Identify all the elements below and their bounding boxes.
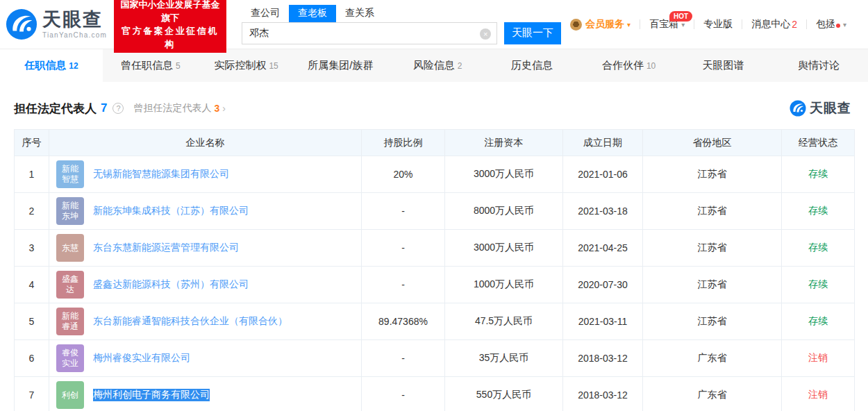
date-cell: 2021-03-18 (563, 193, 643, 230)
profile-tab-count: 5 (176, 61, 181, 71)
search-button[interactable]: 天眼一下 (504, 22, 561, 44)
search-type-tab[interactable]: 查关系 (336, 5, 383, 22)
company-link[interactable]: 新能东坤集成科技（江苏）有限公司 (93, 205, 249, 217)
profile-tab[interactable]: 所属集团/族群 (294, 49, 390, 82)
ratio-cell: 20% (362, 156, 445, 193)
search-type-tab[interactable]: 查老板 (289, 5, 336, 22)
search-box: × (242, 22, 497, 44)
date-cell: 2020-07-30 (563, 267, 643, 303)
menu-pro-version[interactable]: 专业版 (694, 18, 742, 31)
logo-title: 天眼查 (42, 10, 107, 29)
province-cell: 江苏省 (643, 303, 782, 340)
hot-badge: HOT (669, 11, 692, 22)
company-logo-badge[interactable]: 新能智慧 (56, 160, 84, 188)
profile-tab-label: 实际控制权 (214, 59, 266, 72)
menu-pro-label: 专业版 (703, 18, 733, 31)
province-cell: 江苏省 (643, 230, 782, 267)
status-badge: 注销 (782, 340, 855, 377)
table-row: 2 新能东坤 新能东坤集成科技（江苏）有限公司 - 8000万人民币 2021-… (15, 193, 855, 230)
company-link[interactable]: 盛鑫达新能源科技（苏州）有限公司 (93, 278, 249, 291)
row-index: 3 (15, 230, 49, 267)
date-cell: 2021-03-11 (563, 303, 643, 340)
profile-tab[interactable]: 舆情讨论 (772, 49, 868, 82)
company-logo-badge[interactable]: 睿俊实业 (56, 344, 84, 372)
former-legal-rep-link[interactable]: 曾担任法定代表人 3 › (133, 102, 225, 115)
profile-tab-count: 12 (69, 61, 78, 71)
menu-user-account[interactable]: 包拯 ▾ (807, 18, 856, 31)
row-index: 6 (15, 340, 49, 377)
ratio-cell: - (362, 230, 445, 267)
date-cell: 2018-03-12 (563, 377, 643, 411)
profile-tab[interactable]: 历史信息 (485, 49, 581, 82)
company-link[interactable]: 梅州利创电子商务有限公司 (93, 389, 210, 401)
company-logo-badge[interactable]: 新能睿通 (56, 308, 84, 335)
tianyancha-logo[interactable]: 天眼查 TianYanCha.com (6, 8, 107, 40)
col-header-ratio: 持股比例 (362, 130, 445, 156)
profile-tab[interactable]: 天眼图谱 (677, 49, 773, 82)
profile-tab[interactable]: 风险信息 2 (390, 49, 485, 82)
row-index: 2 (15, 193, 49, 230)
company-link[interactable]: 东台新能睿通智能科技合伙企业（有限合伙） (93, 315, 287, 328)
col-header-status: 经营状态 (782, 130, 855, 156)
company-logo-badge[interactable]: 新能东坤 (56, 197, 84, 225)
clear-search-icon[interactable]: × (480, 28, 491, 40)
menu-toolbox[interactable]: HOT 百宝箱 ▾ (640, 18, 694, 31)
capital-cell: 550万人民币 (445, 377, 563, 411)
profile-tab[interactable]: 任职信息 12 (0, 49, 103, 82)
profile-tab-label: 任职信息 (24, 59, 66, 72)
profile-tab-label: 历史信息 (511, 59, 553, 72)
table-row: 7 利创 梅州利创电子商务有限公司 - 550万人民币 2018-03-12 广… (15, 377, 855, 411)
profile-tab[interactable]: 合作伙伴 10 (581, 49, 677, 82)
watermark-logo: 天眼查 (790, 99, 851, 117)
ratio-cell: 89.47368% (362, 303, 445, 340)
profile-tab-label: 风险信息 (413, 59, 455, 72)
row-index: 1 (15, 156, 49, 193)
row-index: 7 (15, 377, 49, 411)
notification-dot (836, 24, 840, 28)
legal-rep-table: 序号 企业名称 持股比例 注册资本 成立日期 省份地区 经营状态 1 新能智慧 … (14, 129, 855, 411)
page-header: 天眼查 TianYanCha.com 国家中小企业发展子基金旗下 官方备案企业征… (0, 0, 868, 49)
company-link[interactable]: 梅州睿俊实业有限公司 (93, 352, 190, 364)
chevron-right-icon: › (222, 103, 226, 114)
search-area: 查公司查老板查关系 × 天眼一下 (242, 5, 561, 44)
capital-cell: 3000万人民币 (445, 156, 563, 193)
company-link[interactable]: 东台东慧新能源运营管理有限公司 (93, 242, 239, 254)
ratio-cell: - (362, 377, 445, 411)
search-input[interactable] (242, 23, 496, 44)
company-link[interactable]: 无锡新能智慧能源集团有限公司 (93, 168, 229, 181)
province-cell: 江苏省 (643, 156, 782, 193)
company-logo-badge[interactable]: 东慧 (56, 234, 84, 262)
ratio-cell: - (362, 267, 445, 303)
table-row: 3 东慧 东台东慧新能源运营管理有限公司 - 3000万人民币 2021-04-… (15, 230, 855, 267)
tianyancha-wave-icon (6, 8, 37, 40)
row-index: 4 (15, 267, 49, 303)
help-icon[interactable]: ? (112, 103, 124, 114)
capital-cell: 35万人民币 (445, 340, 563, 377)
search-tabs: 查公司查老板查关系 (242, 5, 561, 22)
profile-tab-bar: 任职信息 12 曾任职信息 5 实际控制权 15 所属集团/族群 风险信息 2 … (0, 49, 868, 82)
logo-subtitle: TianYanCha.com (42, 31, 107, 39)
company-logo-badge[interactable]: 利创 (56, 381, 84, 409)
menu-messages-label: 消息中心 (751, 18, 790, 31)
capital-cell: 47.5万人民币 (445, 303, 563, 340)
menu-vip-services[interactable]: 会员服务 ▾ (561, 18, 640, 31)
profile-tab[interactable]: 曾任职信息 5 (103, 49, 199, 82)
ratio-cell: - (362, 193, 445, 230)
province-cell: 广东省 (643, 340, 782, 377)
status-badge: 存续 (782, 230, 855, 267)
capital-cell: 8000万人民币 (445, 193, 563, 230)
search-type-tab[interactable]: 查公司 (242, 5, 289, 22)
profile-tab-count: 10 (646, 61, 656, 71)
section-title: 担任法定代表人 (14, 101, 97, 117)
section-header: 担任法定代表人 7 ? 曾担任法定代表人 3 › 天眼查 (0, 82, 868, 129)
company-logo-badge[interactable]: 盛鑫达 (56, 271, 84, 299)
chevron-down-icon: ▾ (627, 21, 631, 28)
menu-message-center[interactable]: 消息中心 2 (742, 18, 806, 31)
profile-tab-label: 所属集团/族群 (308, 59, 373, 72)
col-header-company: 企业名称 (49, 130, 362, 156)
chevron-down-icon: ▾ (843, 21, 846, 28)
date-cell: 2018-03-12 (563, 340, 643, 377)
certification-line1: 国家中小企业发展子基金旗下 (120, 0, 220, 24)
table-row: 1 新能智慧 无锡新能智慧能源集团有限公司 20% 3000万人民币 2021-… (15, 156, 855, 193)
profile-tab[interactable]: 实际控制权 15 (199, 49, 294, 82)
